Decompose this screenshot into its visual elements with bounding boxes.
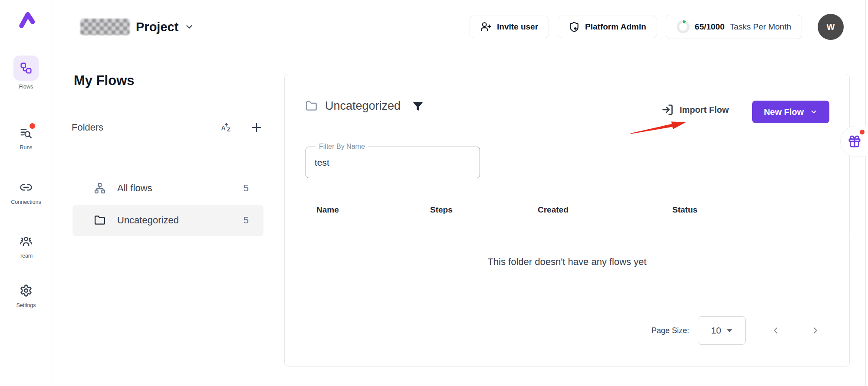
sidebar-item-label: Connections: [11, 199, 41, 205]
top-header: Project Invite user Platform Admin 65/10…: [53, 0, 868, 54]
avatar-initial: W: [827, 22, 835, 32]
project-switcher[interactable]: Project: [80, 19, 194, 35]
column-header-status: Status: [672, 205, 697, 215]
sidebar-item-label: Flows: [19, 84, 33, 90]
next-page-button[interactable]: [806, 321, 825, 340]
settings-gear-icon: [20, 284, 33, 297]
folders-header: Folders A Z: [72, 121, 263, 134]
column-header-steps: Steps: [430, 205, 453, 215]
folder-count: 5: [243, 215, 249, 226]
user-avatar[interactable]: W: [818, 14, 844, 40]
filter-field-label: Filter By Name: [316, 143, 368, 150]
activepieces-logo-icon: [17, 10, 35, 29]
sidebar-item-connections[interactable]: Connections: [0, 179, 52, 205]
invite-user-label: Invite user: [497, 22, 538, 32]
connections-icon: [20, 181, 33, 194]
folders-section-label: Folders: [72, 122, 103, 133]
team-icon: [20, 235, 33, 248]
svg-text:A: A: [221, 124, 226, 131]
shield-icon: [569, 21, 580, 33]
user-plus-icon: [480, 21, 492, 33]
import-icon: [661, 104, 674, 116]
chevron-down-icon: [184, 22, 194, 32]
tasks-count: 65/1000: [695, 22, 725, 32]
platform-admin-button[interactable]: Platform Admin: [558, 16, 657, 38]
flows-icon: [20, 62, 33, 75]
page-size-select[interactable]: 10: [698, 316, 746, 345]
folder-item-all-flows[interactable]: All flows 5: [72, 173, 263, 204]
new-flow-button[interactable]: New Flow: [752, 101, 829, 123]
rewards-notification-dot: [860, 130, 865, 134]
card-folder-title: Uncategorized: [325, 99, 401, 113]
right-edge-divider: [865, 0, 866, 386]
column-header-created: Created: [538, 205, 569, 215]
folder-icon: [306, 100, 317, 112]
platform-admin-label: Platform Admin: [585, 22, 646, 32]
sidebar-item-label: Settings: [16, 302, 36, 308]
all-flows-hierarchy-icon: [94, 183, 105, 194]
import-flow-button[interactable]: Import Flow: [661, 104, 729, 116]
sidebar: Flows Runs Connections Team: [0, 0, 52, 386]
import-flow-label: Import Flow: [680, 105, 729, 115]
project-name-suffix: Project: [136, 20, 178, 34]
chevron-down-icon: [810, 108, 818, 116]
sidebar-item-flows[interactable]: Flows: [0, 56, 52, 90]
tasks-usage-badge[interactable]: 65/1000 Tasks Per Month: [666, 15, 802, 39]
folder-name: All flows: [117, 183, 152, 194]
sidebar-item-runs[interactable]: Runs: [0, 124, 52, 150]
chevron-right-icon: [811, 326, 820, 335]
sidebar-item-settings[interactable]: Settings: [0, 282, 52, 308]
app-logo[interactable]: [0, 10, 52, 29]
folder-item-uncategorized[interactable]: Uncategorized 5: [72, 205, 263, 236]
sidebar-item-label: Team: [20, 253, 33, 259]
filter-by-name-field: Filter By Name: [306, 147, 480, 178]
new-flow-label: New Flow: [764, 107, 804, 117]
tasks-unit-label: Tasks Per Month: [730, 22, 792, 32]
chevron-left-icon: [771, 326, 780, 335]
page-size-value: 10: [711, 325, 721, 336]
sidebar-item-team[interactable]: Team: [0, 232, 52, 259]
caret-down-icon: [727, 329, 733, 332]
add-folder-icon[interactable]: [250, 121, 263, 134]
sidebar-item-label: Runs: [20, 144, 32, 150]
filter-funnel-icon[interactable]: [413, 101, 423, 111]
folder-count: 5: [243, 183, 249, 194]
folder-name: Uncategorized: [117, 215, 179, 226]
pagination: Page Size: 10: [651, 316, 825, 345]
filter-by-name-input[interactable]: [315, 153, 471, 172]
sort-az-icon[interactable]: A Z: [221, 122, 232, 133]
redacted-project-name: [80, 19, 130, 35]
folder-icon: [94, 215, 105, 226]
empty-state-message: This folder doesn't have any flows yet: [285, 256, 849, 268]
svg-text:Z: Z: [227, 126, 230, 133]
flows-table-header: Name Steps Created Status: [285, 205, 849, 222]
page-title: My Flows: [74, 73, 135, 88]
page-size-label: Page Size:: [651, 326, 689, 335]
rewards-tab[interactable]: [840, 126, 868, 157]
column-header-name: Name: [316, 205, 339, 215]
flows-card: Uncategorized Import Flow New Flow Filte…: [284, 74, 850, 366]
previous-page-button[interactable]: [766, 321, 786, 340]
invite-user-button[interactable]: Invite user: [470, 16, 549, 38]
tasks-progress-ring-icon: [677, 20, 690, 33]
table-divider: [285, 233, 849, 233]
runs-notification-dot: [30, 123, 35, 129]
gift-icon: [848, 134, 861, 148]
